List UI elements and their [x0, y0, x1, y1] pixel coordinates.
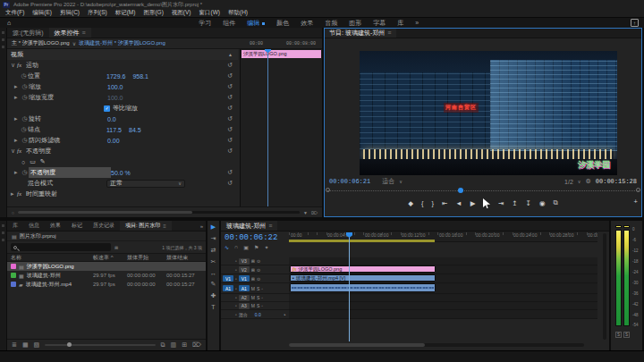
mute-button[interactable]: M — [251, 303, 255, 308]
tab-overflow-chevron[interactable]: » — [198, 221, 206, 231]
menu-sequence[interactable]: 序列(S) — [88, 9, 107, 17]
pen-mask-icon[interactable]: ✎ — [40, 158, 46, 165]
timeline-settings-icon[interactable]: ✦ — [264, 244, 268, 250]
track-header-a1[interactable]: A1 ▫ A1 M S ◦ — [221, 283, 289, 294]
snap-icon[interactable]: ∿ — [225, 244, 229, 250]
add-marker-icon[interactable]: ◆ — [408, 199, 413, 207]
menu-view[interactable]: 视图(V) — [172, 9, 191, 17]
master-volume-value[interactable]: 0.0 — [255, 312, 261, 317]
solo-right-button[interactable]: S — [623, 332, 630, 338]
fit-dropdown[interactable]: 适合 — [382, 177, 394, 186]
reset-icon[interactable]: ↺ — [227, 180, 233, 187]
wrench-icon[interactable]: ⚙ — [586, 178, 591, 185]
list-view-icon[interactable]: ≣ — [12, 341, 17, 349]
mic-icon[interactable]: ◦ — [261, 295, 263, 300]
mute-button[interactable]: M — [251, 286, 255, 291]
chevron-right-icon[interactable]: ▸ — [14, 169, 21, 176]
automate-sequence-icon[interactable]: ⧉ — [161, 341, 165, 349]
motion-effect-row[interactable]: ∨ fx 运动 ↺ — [7, 60, 238, 71]
chevron-right-icon[interactable]: ▸ — [14, 137, 21, 144]
chevron-open-icon[interactable]: ∨ — [11, 62, 17, 69]
track-header-v1[interactable]: V1 ▫ V1 ⊞ ⊙ — [221, 274, 289, 283]
lock-icon[interactable]: ▫ — [235, 312, 237, 317]
reset-icon[interactable]: ↺ — [227, 62, 233, 69]
panel-menu-icon[interactable]: ≡ — [82, 29, 86, 36]
new-item-icon[interactable]: ⊞ — [182, 341, 187, 349]
clip-logo-v2[interactable]: fx 汐溪学园LOGO.png — [290, 265, 436, 273]
sync-lock-icon[interactable]: ⊞ — [251, 267, 255, 273]
panel-dock-strip-bottom[interactable] — [0, 221, 6, 350]
mini-timeline-clip[interactable]: 汐溪学园LOGO.png — [242, 50, 321, 58]
chevron-right-icon[interactable]: ▸ — [14, 83, 21, 90]
solo-left-button[interactable]: S — [615, 332, 622, 338]
workspace-tab-audio[interactable]: 音频 — [325, 19, 337, 28]
scrubber-end-handle[interactable] — [636, 188, 640, 192]
anchor-point-row[interactable]: ◷ 锚点 117.5 84.5 ↺ — [7, 124, 238, 135]
stopwatch-icon[interactable]: ◷ — [20, 72, 28, 80]
sync-lock-icon[interactable]: ⊞ — [251, 258, 255, 264]
rotation-row[interactable]: ▸ ◷ 旋转 0.0 ↺ — [7, 114, 238, 124]
workspace-tab-libraries[interactable]: 库 — [397, 19, 403, 28]
lift-icon[interactable]: ↥ — [512, 199, 517, 207]
search-input[interactable] — [11, 243, 111, 251]
freeform-view-icon[interactable]: ▧ — [34, 341, 40, 349]
workspace-overflow-chevron[interactable]: » — [415, 20, 419, 26]
reset-icon[interactable]: ↺ — [227, 147, 233, 155]
panel-dock-strip-top[interactable] — [0, 28, 6, 217]
chevron-right-icon[interactable]: ▸ — [14, 115, 21, 122]
mini-timeline-playhead[interactable] — [267, 49, 268, 206]
antiflicker-row[interactable]: ▸ ◷ 防闪烁滤镜 0.00 ↺ — [7, 135, 238, 146]
timeline-hscrollbar[interactable] — [289, 343, 584, 347]
lane-v2[interactable]: fx 汐溪学园LOGO.png — [289, 265, 597, 274]
workspace-tab-color[interactable]: 颜色 — [276, 19, 289, 28]
program-video-frame[interactable]: 河南自贸区 汐溪学园 — [360, 51, 617, 175]
new-bin-icon[interactable]: ▥ — [171, 341, 177, 349]
scrubber-start-handle[interactable] — [326, 188, 330, 192]
reset-icon[interactable]: ↺ — [227, 72, 233, 80]
step-back-icon[interactable]: ◄ — [455, 199, 462, 207]
ripple-edit-tool-icon[interactable]: ⇄ — [211, 247, 216, 254]
markers-menu-icon[interactable]: ▣ — [243, 244, 249, 250]
track-badge-v2[interactable]: V2 — [239, 266, 250, 273]
workspace-tab-graphics[interactable]: 图形 — [349, 19, 361, 28]
opacity-value[interactable]: 50.0 % — [111, 170, 131, 176]
rect-mask-icon[interactable]: ▭ — [30, 158, 36, 165]
razor-tool-icon[interactable]: ✂ — [211, 258, 216, 265]
mark-out-icon[interactable]: } — [432, 199, 435, 207]
track-header-master[interactable]: ▫ 混合 0.0 ‣ — [221, 310, 289, 319]
tab-info[interactable]: 信息 — [23, 221, 45, 231]
workspace-tab-captions[interactable]: 字幕 — [373, 19, 386, 28]
workspace-tab-effects[interactable]: 效果 — [301, 19, 313, 28]
trash-icon[interactable]: ⌦ — [311, 210, 318, 215]
stopwatch-icon[interactable]: ◷ — [21, 83, 29, 90]
solo-button[interactable]: S — [257, 303, 259, 308]
label-swatch-blue[interactable] — [11, 282, 16, 287]
track-output-eye-icon[interactable]: ⊙ — [257, 276, 260, 282]
workspace-tab-learning[interactable]: 学习 — [199, 19, 211, 28]
track-badge-v1[interactable]: V1 — [239, 275, 250, 282]
reset-icon[interactable]: ↺ — [227, 105, 233, 112]
lock-icon[interactable]: ▫ — [235, 295, 237, 300]
anchor-y-value[interactable]: 84.5 — [129, 127, 141, 133]
track-badge-a1[interactable]: A1 — [239, 285, 250, 291]
tab-project[interactable]: 项目: 图片水印≡ — [120, 221, 172, 231]
effect-controls-mini-timeline[interactable]: 汐溪学园LOGO.png — [240, 49, 322, 206]
position-y-value[interactable]: 958.1 — [132, 73, 148, 80]
track-badge-a3[interactable]: A3 — [239, 303, 250, 309]
project-file-name[interactable]: 图片水印.prproj — [20, 232, 56, 240]
project-file-row[interactable]: ▤ 图片水印.prproj — [7, 232, 206, 241]
comparison-view-icon[interactable]: ⧉ — [553, 198, 557, 207]
anchor-x-value[interactable]: 117.5 — [106, 127, 122, 133]
opacity-effect-row[interactable]: ∨ fx 不透明度 ↺ — [7, 146, 238, 156]
stopwatch-icon[interactable]: ◷ — [21, 115, 29, 122]
blend-mode-dropdown[interactable]: 正常 ∨ — [106, 180, 185, 188]
lock-icon[interactable]: ▫ — [235, 267, 237, 273]
lane-master[interactable] — [289, 310, 597, 319]
track-header-a2[interactable]: ▫ A2 M S ◦ — [221, 294, 289, 302]
chevron-down-icon[interactable]: ∨ — [72, 40, 76, 46]
quick-export-icon[interactable]: ↑ — [631, 19, 639, 27]
workspace-tab-editing[interactable]: 编辑 — [247, 19, 265, 28]
zoom-slider[interactable] — [45, 344, 155, 346]
position-x-value[interactable]: 1729.6 — [106, 73, 125, 80]
mark-in-icon[interactable]: { — [421, 199, 424, 207]
